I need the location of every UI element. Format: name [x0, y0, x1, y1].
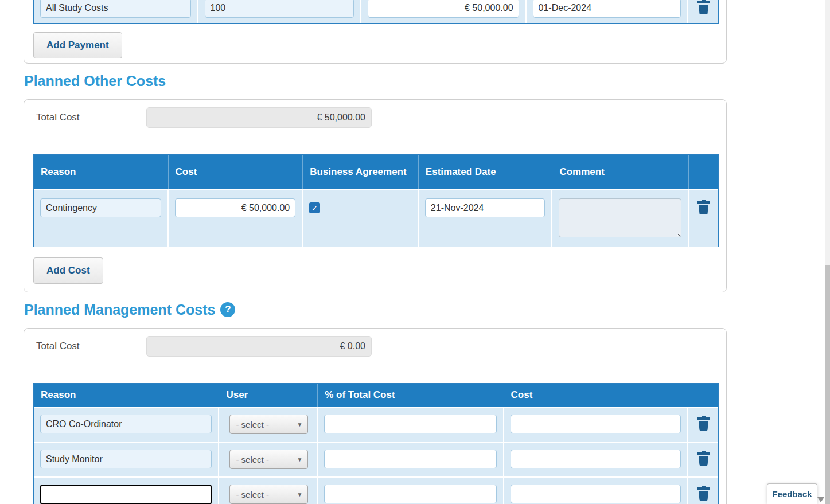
trash-icon: [697, 451, 710, 466]
percent-cell: [318, 443, 504, 476]
payment-date-input[interactable]: [533, 0, 681, 18]
header-estimated-date: Estimated Date: [419, 155, 553, 189]
table-row: - select - ▼: [34, 476, 718, 504]
percent-of-total-input[interactable]: [324, 450, 496, 468]
header-cost: Cost: [504, 384, 688, 407]
payment-amount-input[interactable]: [368, 0, 519, 18]
comment-textarea[interactable]: [559, 198, 681, 237]
payment-date-cell: [527, 0, 689, 24]
delete-other-cost-button[interactable]: [696, 198, 711, 217]
business-agreement-cell: ✓: [303, 190, 419, 247]
planned-payments-panel: Add Payment: [24, 0, 727, 64]
business-agreement-checkbox[interactable]: ✓: [309, 202, 320, 213]
add-payment-button[interactable]: Add Payment: [33, 32, 122, 58]
page: Add Payment Planned Other Costs Total Co…: [0, 0, 830, 504]
estimated-date-input[interactable]: [425, 198, 545, 217]
percent-of-total-input[interactable]: [324, 485, 496, 503]
comment-cell: [552, 190, 689, 247]
header-reason: Reason: [34, 384, 219, 407]
cost-cell: [169, 190, 303, 247]
chevron-down-icon: ▼: [297, 491, 303, 498]
header-reason: Reason: [34, 155, 169, 189]
reason-cell: [34, 408, 219, 442]
header-actions: [688, 384, 718, 407]
management-reason-input[interactable]: [40, 450, 212, 468]
payment-reason-input[interactable]: [40, 0, 191, 18]
header-actions: [689, 155, 718, 189]
delete-cell: [688, 408, 718, 442]
scrollbar[interactable]: [825, 0, 830, 504]
scrollbar-thumb[interactable]: [825, 265, 830, 504]
planned-management-costs-panel: Total Cost Reason User % of Total Cost C…: [24, 328, 727, 504]
heading-text: Planned Other Costs: [24, 72, 166, 89]
user-select[interactable]: - select - ▼: [229, 415, 308, 434]
other-costs-table: Reason Cost Business Agreement Estimated…: [33, 154, 719, 247]
select-value: - select -: [236, 420, 269, 429]
user-cell: - select - ▼: [219, 408, 318, 442]
trash-icon: [697, 486, 710, 501]
payment-delete-cell: [688, 0, 718, 24]
table-row: ✓: [34, 189, 718, 247]
management-costs-table: Reason User % of Total Cost Cost - selec…: [33, 383, 719, 504]
reason-cell: [34, 478, 219, 504]
reason-cell: [34, 190, 169, 247]
payment-percent-input[interactable]: [205, 0, 354, 18]
delete-cell: [688, 443, 718, 476]
delete-cell: [688, 478, 718, 504]
heading-text: Planned Management Costs: [24, 301, 215, 318]
cost-cell: [504, 443, 688, 476]
user-cell: - select - ▼: [219, 478, 318, 504]
delete-management-cost-button[interactable]: [696, 415, 711, 433]
user-cell: - select - ▼: [219, 443, 318, 476]
add-cost-button[interactable]: Add Cost: [33, 257, 103, 284]
planned-management-costs-heading: Planned Management Costs ?: [24, 301, 830, 318]
other-cost-amount-input[interactable]: [175, 198, 296, 217]
scroll-down-arrow-icon[interactable]: [817, 497, 824, 502]
planned-other-costs-panel: Total Cost Reason Cost Business Agreemen…: [24, 99, 727, 292]
trash-icon: [697, 0, 710, 14]
management-cost-input[interactable]: [511, 415, 681, 433]
table-row: - select - ▼: [34, 407, 718, 442]
payment-percent-cell: [198, 0, 362, 24]
chevron-down-icon: ▼: [297, 421, 303, 428]
delete-cell: [689, 190, 718, 247]
total-cost-label: Total Cost: [36, 341, 146, 352]
management-reason-input-focused[interactable]: [40, 485, 212, 504]
select-value: - select -: [236, 455, 269, 464]
select-value: - select -: [236, 490, 269, 499]
total-cost-value: [146, 336, 372, 357]
management-reason-input[interactable]: [40, 415, 212, 433]
table-header-row: Reason User % of Total Cost Cost: [34, 384, 718, 407]
delete-management-cost-button[interactable]: [696, 485, 711, 503]
payment-reason-cell: [34, 0, 198, 24]
total-cost-row: Total Cost: [36, 107, 718, 128]
chevron-down-icon: ▼: [297, 456, 303, 463]
percent-of-total-input[interactable]: [324, 415, 496, 433]
table-row: [34, 0, 718, 24]
user-select[interactable]: - select - ▼: [229, 450, 308, 469]
total-cost-value: [146, 107, 372, 128]
help-icon[interactable]: ?: [220, 302, 235, 317]
header-user: User: [219, 384, 318, 407]
total-cost-label: Total Cost: [36, 112, 146, 123]
delete-payment-button[interactable]: [696, 0, 711, 17]
cost-cell: [504, 408, 688, 442]
other-cost-reason-input[interactable]: [40, 198, 161, 217]
management-cost-input[interactable]: [511, 450, 681, 468]
estimated-date-cell: [419, 190, 553, 247]
percent-cell: [318, 478, 504, 504]
delete-management-cost-button[interactable]: [696, 450, 711, 468]
management-cost-input[interactable]: [511, 485, 681, 503]
header-cost: Cost: [169, 155, 303, 189]
percent-cell: [318, 408, 504, 442]
header-percent-of-total-cost: % of Total Cost: [318, 384, 504, 407]
table-row: - select - ▼: [34, 442, 718, 476]
table-header-row: Reason Cost Business Agreement Estimated…: [34, 155, 718, 189]
total-cost-row: Total Cost: [36, 336, 718, 357]
reason-cell: [34, 443, 219, 476]
trash-icon: [697, 416, 710, 431]
planned-other-costs-heading: Planned Other Costs: [24, 72, 830, 89]
user-select[interactable]: - select - ▼: [229, 485, 308, 504]
feedback-button[interactable]: Feedback: [767, 483, 817, 504]
trash-icon: [697, 200, 710, 214]
